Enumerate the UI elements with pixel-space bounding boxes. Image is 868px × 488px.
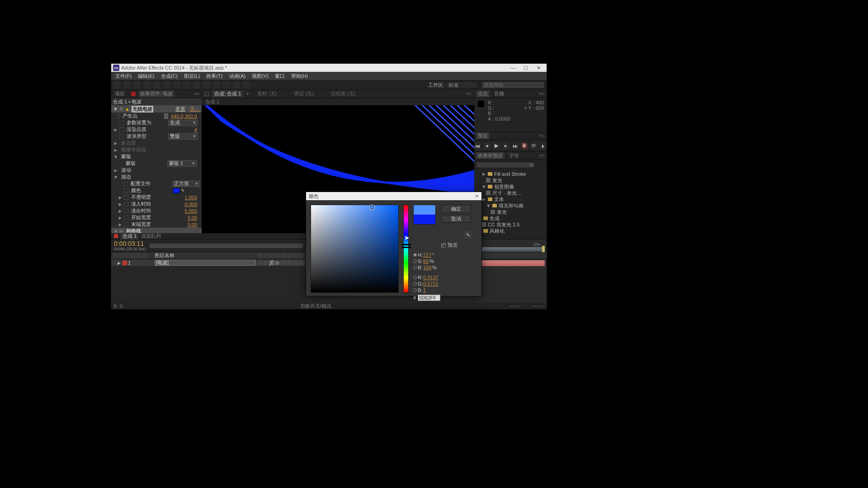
layer-color-icon[interactable] — [123, 261, 127, 265]
prev-frame-icon[interactable]: ◂ — [484, 142, 491, 150]
mute-icon[interactable]: 🔇 — [521, 142, 528, 150]
preview-checkbox[interactable] — [441, 243, 446, 248]
timeline-search-input[interactable] — [150, 244, 303, 248]
menu-effect[interactable]: 效果(T) — [203, 73, 226, 80]
preset-folder[interactable]: ▼生成 — [477, 215, 544, 221]
tab-project[interactable]: 项目 — [113, 90, 127, 97]
prop-wave-motion[interactable]: 波动 — [121, 167, 162, 174]
tab-effects-presets[interactable]: 效果和预设 — [476, 152, 505, 159]
mb-icon[interactable] — [287, 260, 292, 265]
old-color-swatch[interactable] — [414, 215, 435, 224]
next-frame-icon[interactable]: ▸ — [502, 142, 509, 150]
stopwatch-icon[interactable] — [119, 127, 124, 132]
timeline-comp-tab[interactable]: 合成 1 — [121, 233, 138, 239]
3d-column-icon[interactable] — [299, 253, 304, 258]
prop-opacity-value[interactable]: 1.000 — [184, 195, 197, 200]
stopwatch-icon[interactable] — [119, 134, 124, 139]
eyedropper-button[interactable]: ✎ — [465, 232, 471, 238]
comp-tab[interactable]: 合成: 合成 1 — [212, 90, 243, 97]
menu-file[interactable]: 文件(F) — [112, 73, 135, 80]
stopwatch-icon[interactable] — [124, 216, 128, 220]
chip-flowchart[interactable]: 流程图 (无) — [331, 90, 355, 97]
prop-mask-group[interactable]: 蒙版 — [121, 153, 162, 160]
motionblur-column-icon[interactable] — [287, 253, 292, 258]
last-frame-icon[interactable]: ⏭ — [512, 142, 519, 150]
stopwatch-icon[interactable] — [124, 188, 128, 193]
b-value[interactable]: 100 — [423, 265, 431, 270]
roto-tool-icon[interactable] — [232, 81, 241, 89]
zoom-slider-out-icon[interactable] — [509, 305, 522, 307]
radio-h[interactable] — [413, 253, 417, 257]
camera-tool-icon[interactable] — [153, 81, 161, 89]
adjust-column-icon[interactable] — [293, 253, 298, 258]
layer-row[interactable]: ►1 [电波] ╱fx — [111, 259, 306, 267]
eyedropper-icon[interactable]: ✎ — [181, 188, 188, 193]
zoom-slider-in-icon[interactable] — [530, 305, 544, 307]
rotate-tool-icon[interactable] — [143, 81, 151, 89]
play-icon[interactable]: ▶ — [493, 142, 500, 150]
collapse-icon[interactable] — [264, 260, 269, 265]
s-value[interactable]: 69 — [423, 258, 429, 264]
quality-icon[interactable]: ╱ — [269, 260, 274, 265]
eye-column-icon[interactable] — [113, 253, 118, 258]
radio-g[interactable] — [413, 282, 417, 286]
preset-item[interactable]: 尺寸 - 发光… — [477, 190, 544, 196]
clone-tool-icon[interactable] — [212, 81, 221, 89]
reset-button[interactable]: 重置 — [175, 106, 185, 113]
stopwatch-icon[interactable] — [124, 222, 128, 227]
stopwatch-icon[interactable] — [123, 182, 127, 186]
toggle-shy-icon[interactable]: ⎘ — [114, 303, 117, 309]
frameblend-column-icon[interactable] — [281, 253, 286, 258]
radio-s[interactable] — [413, 259, 417, 263]
menu-layer[interactable]: 图层(L) — [181, 73, 203, 80]
profile-dropdown[interactable]: 正方形▾ — [172, 181, 200, 187]
label-column-icon[interactable] — [137, 253, 142, 258]
search-help-input[interactable]: 搜索帮助 — [481, 81, 545, 89]
adj-icon[interactable] — [293, 260, 298, 265]
lock-icon[interactable] — [204, 92, 209, 96]
tab-preview[interactable]: 预览 — [476, 132, 490, 139]
menu-view[interactable]: 视图(V) — [249, 73, 272, 80]
tab-info[interactable]: 信息 — [476, 90, 490, 97]
prop-fadeout-value[interactable]: 5.000 — [184, 208, 197, 214]
menu-help[interactable]: 帮助(H) — [288, 73, 311, 80]
tab-audio[interactable]: 音频 — [492, 90, 506, 97]
lock-column-icon[interactable] — [131, 253, 136, 258]
minimize-button[interactable]: — — [507, 65, 519, 71]
mask-dropdown[interactable]: 蒙版 1▾ — [167, 160, 197, 167]
shy-column-icon[interactable] — [258, 253, 263, 258]
preset-item[interactable]: 发光 — [477, 177, 544, 183]
stopwatch-icon[interactable] — [119, 121, 124, 125]
prop-startw-value[interactable]: 3.00 — [188, 215, 197, 221]
fx-switch-icon[interactable]: fx — [275, 260, 280, 265]
stopwatch-icon[interactable] — [124, 195, 128, 200]
sv-marker-icon[interactable] — [370, 205, 374, 210]
color-swatch[interactable] — [173, 188, 180, 193]
prop-stroke-group[interactable]: 描边 — [121, 174, 162, 180]
timeline-timecode[interactable]: 0:00:03:11 — [114, 240, 146, 247]
column-layer-name[interactable]: 图层名称 — [153, 252, 256, 259]
panel-menu-icon[interactable]: ▾≡ — [466, 91, 472, 97]
close-dialog-button[interactable]: × — [475, 192, 479, 200]
hue-slider[interactable] — [403, 205, 409, 293]
text-tool-icon[interactable] — [193, 81, 201, 89]
prop-spawn-value[interactable]: 640.0,360.0 — [171, 113, 197, 119]
menu-composition[interactable]: 合成(C) — [158, 73, 181, 80]
bc-value[interactable]: 1 — [423, 287, 426, 293]
radio-b[interactable] — [413, 266, 417, 269]
pen-tool-icon[interactable] — [183, 81, 191, 89]
point-picker-icon[interactable] — [164, 113, 168, 119]
menubar[interactable]: 文件(F) 编辑(E) 合成(C) 图层(L) 效果(T) 动画(A) 视图(V… — [111, 72, 547, 80]
puppet-tool-icon[interactable] — [242, 81, 250, 89]
h-value[interactable]: 217 — [423, 252, 431, 258]
stopwatch-icon[interactable] — [124, 202, 128, 206]
twirl-icon[interactable]: ► — [481, 171, 486, 177]
fx-column-icon[interactable] — [275, 253, 280, 258]
preset-folder[interactable]: ►Fill and Stroke — [477, 171, 544, 177]
twirl-icon[interactable]: ▼ — [481, 184, 486, 189]
first-frame-icon[interactable]: ⏮ — [474, 142, 481, 150]
g-value[interactable]: 0.5721 — [423, 281, 439, 286]
preset-folder[interactable]: ▼创意图像 — [477, 183, 544, 190]
prop-endw-value[interactable]: 3.00 — [188, 222, 197, 227]
hue-marker-icon[interactable] — [402, 244, 411, 248]
